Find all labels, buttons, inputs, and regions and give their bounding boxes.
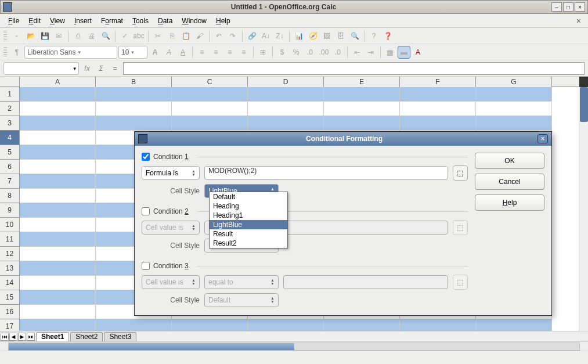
data-sources-icon[interactable]: 🗄 [334, 30, 347, 42]
save-icon[interactable]: 💾 [38, 30, 51, 42]
condition-3-type-combo[interactable]: Cell value is▲▼ [142, 275, 200, 289]
menu-window[interactable]: Window [177, 16, 211, 26]
percent-icon[interactable]: % [290, 46, 302, 59]
row-header[interactable]: 13 [0, 261, 20, 276]
condition-3-style-combo[interactable]: Default▲▼ [204, 293, 279, 307]
new-icon[interactable]: ▫ [10, 30, 23, 42]
vertical-scrollbar[interactable] [579, 77, 588, 331]
row-header[interactable]: 1 [0, 87, 20, 102]
select-all-corner[interactable] [0, 77, 20, 87]
row-header[interactable]: 9 [0, 203, 20, 218]
number-format-icon[interactable]: .0 [304, 46, 316, 59]
cell[interactable] [20, 305, 96, 319]
align-right-icon[interactable]: ≡ [223, 46, 236, 59]
cell-style-dropdown[interactable]: DefaultHeadingHeading1LightBlueResultRes… [209, 192, 288, 248]
remove-decimal-icon[interactable]: .0 [331, 46, 344, 59]
dropdown-option[interactable]: LightBlue [210, 220, 287, 229]
condition-3-value-input[interactable] [283, 275, 448, 289]
function-wizard-icon[interactable]: fx [81, 63, 93, 74]
email-icon[interactable]: ✉ [52, 30, 65, 42]
bold-icon[interactable]: A [149, 46, 161, 59]
cell[interactable] [324, 102, 400, 116]
menu-insert[interactable]: Insert [70, 16, 96, 26]
borders-icon[interactable]: ▦ [384, 46, 396, 59]
cell[interactable] [172, 87, 248, 102]
cell[interactable] [96, 319, 172, 331]
row-header[interactable]: 6 [0, 160, 20, 174]
cell[interactable] [96, 87, 172, 102]
row-header[interactable]: 17 [0, 319, 20, 331]
align-justify-icon[interactable]: ≡ [237, 46, 250, 59]
col-header-C[interactable]: C [172, 77, 248, 87]
bg-color-icon[interactable]: ▬ [398, 46, 410, 59]
row-header[interactable]: 3 [0, 116, 20, 131]
col-header-E[interactable]: E [324, 77, 400, 87]
spellcheck-icon[interactable]: ✓ [118, 30, 131, 42]
menu-view[interactable]: View [45, 16, 70, 26]
shrink-icon[interactable]: ⬚ [453, 220, 468, 235]
cell[interactable] [20, 102, 96, 116]
condition-2-value-input[interactable] [283, 221, 448, 235]
redo-icon[interactable]: ↷ [226, 30, 239, 42]
increase-indent-icon[interactable]: ⇥ [365, 46, 377, 59]
condition-2-type-combo[interactable]: Cell value is▲▼ [142, 221, 200, 235]
italic-icon[interactable]: A [163, 46, 175, 59]
cell[interactable] [248, 116, 324, 131]
cell[interactable] [20, 276, 96, 290]
navigator-icon[interactable]: 🧭 [306, 30, 319, 42]
dropdown-option[interactable]: Heading1 [210, 211, 287, 220]
cell[interactable] [324, 116, 400, 131]
menu-format[interactable]: Format [96, 16, 128, 26]
cell[interactable] [172, 102, 248, 116]
tab-nav-next-icon[interactable]: ▶ [18, 333, 26, 341]
tab-nav-last-icon[interactable]: ⏭ [27, 333, 35, 341]
cell[interactable] [20, 290, 96, 305]
dropdown-option[interactable]: Result2 [210, 239, 287, 248]
cell[interactable] [20, 174, 96, 189]
print-icon[interactable]: 🖨 [85, 30, 98, 42]
equals-icon[interactable]: = [109, 63, 121, 74]
row-header[interactable]: 14 [0, 276, 20, 290]
align-center-icon[interactable]: ≡ [210, 46, 222, 59]
close-window-button[interactable]: × [575, 2, 585, 12]
cell[interactable] [248, 87, 324, 102]
cell[interactable] [20, 116, 96, 131]
cell[interactable] [400, 319, 476, 331]
minimize-button[interactable]: – [551, 2, 562, 12]
row-header[interactable]: 10 [0, 218, 20, 232]
copy-icon[interactable]: ⎘ [165, 30, 178, 42]
row-header[interactable]: 16 [0, 305, 20, 319]
cell[interactable] [476, 87, 552, 102]
cell[interactable] [20, 319, 96, 331]
menu-edit[interactable]: Edit [24, 16, 45, 26]
menu-data[interactable]: Data [153, 16, 177, 26]
open-icon[interactable]: 📂 [24, 30, 37, 42]
cell[interactable] [324, 87, 400, 102]
sum-icon[interactable]: Σ [95, 63, 107, 74]
shrink-icon[interactable]: ⬚ [453, 275, 468, 290]
cell[interactable] [248, 319, 324, 331]
condition-2-checkbox[interactable] [142, 207, 150, 215]
font-name-combo[interactable]: Liberation Sans▾ [24, 46, 117, 59]
dropdown-option[interactable]: Result [210, 229, 287, 239]
row-header[interactable]: 8 [0, 189, 20, 203]
dropdown-option[interactable]: Heading [210, 201, 287, 211]
cell[interactable] [20, 247, 96, 261]
cell[interactable] [20, 261, 96, 276]
formula-input[interactable] [123, 62, 585, 75]
sheet-tab-1[interactable]: Sheet1 [36, 332, 69, 341]
sort-asc-icon[interactable]: A↓ [259, 30, 272, 42]
name-box[interactable]: ▾ [3, 62, 79, 75]
help-icon[interactable]: ? [367, 30, 380, 42]
row-header[interactable]: 7 [0, 174, 20, 189]
condition-1-formula-input[interactable]: MOD(ROW();2) [204, 166, 448, 180]
dialog-close-button[interactable]: × [538, 134, 548, 143]
cell[interactable] [20, 87, 96, 102]
maximize-button[interactable]: □ [563, 2, 573, 12]
cell[interactable] [20, 131, 96, 145]
zoom-icon[interactable]: 🔍 [348, 30, 361, 42]
sort-desc-icon[interactable]: Z↓ [273, 30, 286, 42]
chart-icon[interactable]: 📊 [293, 30, 305, 42]
add-decimal-icon[interactable]: .00 [318, 46, 330, 59]
sheet-tab-3[interactable]: Sheet3 [104, 332, 136, 341]
